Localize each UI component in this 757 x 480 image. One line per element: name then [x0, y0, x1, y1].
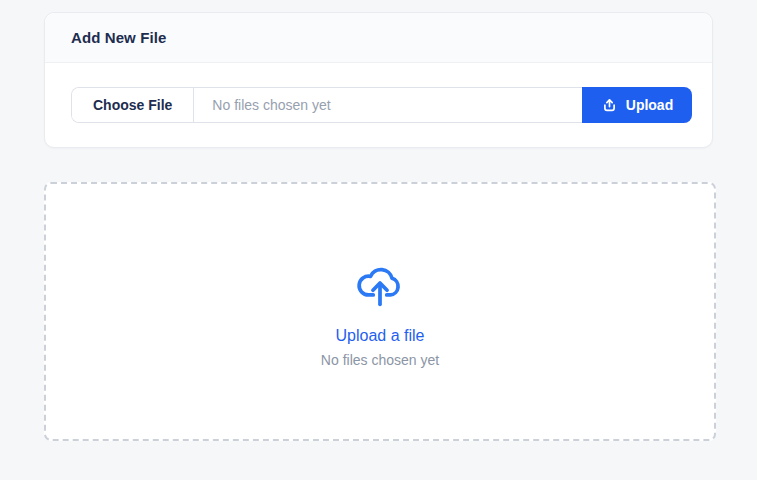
card-body: Choose File No files chosen yet Upload — [45, 63, 712, 147]
file-input-placeholder: No files chosen yet — [194, 97, 348, 113]
dropzone-status-text: No files chosen yet — [321, 352, 439, 368]
add-new-file-card: Add New File Choose File No files chosen… — [44, 12, 713, 148]
upload-button-label: Upload — [626, 97, 673, 113]
card-header: Add New File — [45, 13, 712, 63]
upload-tray-icon — [601, 97, 618, 114]
file-input[interactable]: Choose File No files chosen yet — [71, 87, 582, 123]
card-title: Add New File — [71, 29, 166, 46]
upload-button[interactable]: Upload — [582, 87, 692, 123]
choose-file-button[interactable]: Choose File — [72, 88, 194, 122]
cloud-upload-icon — [355, 256, 405, 314]
file-input-group: Choose File No files chosen yet Upload — [71, 87, 692, 123]
page: Add New File Choose File No files chosen… — [0, 0, 757, 480]
upload-a-file-link[interactable]: Upload a file — [336, 327, 425, 345]
file-dropzone[interactable]: Upload a file No files chosen yet — [44, 182, 716, 441]
